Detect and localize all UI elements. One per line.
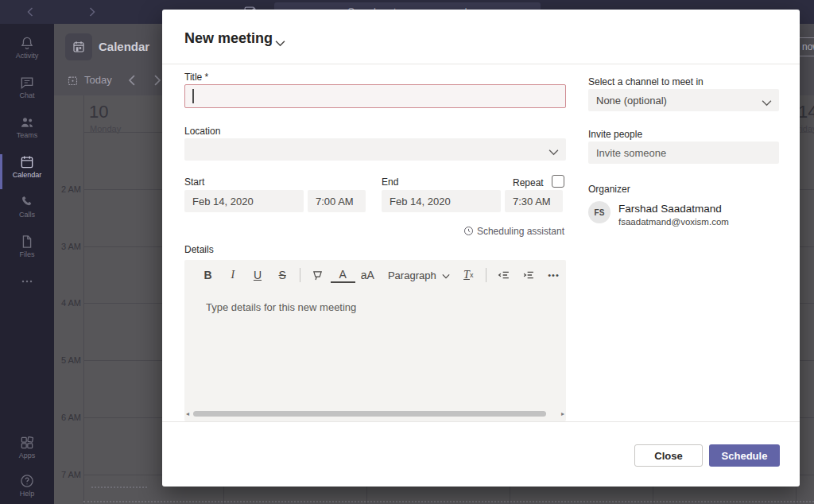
new-meeting-dialog: New meeting Title * Location Start Feb 1…: [162, 10, 800, 487]
sidebar-item-help[interactable]: Help: [0, 471, 54, 504]
bell-icon: [19, 35, 35, 51]
organizer-email: fsaadatmand@voxism.com: [618, 217, 729, 227]
next-week-button[interactable]: [153, 75, 162, 88]
footer-divider: [162, 421, 800, 422]
repeat-label: Repeat: [513, 177, 544, 188]
repeat-checkbox[interactable]: [552, 175, 564, 188]
more-formatting-button[interactable]: •••: [541, 265, 566, 285]
title-input[interactable]: [184, 84, 566, 108]
calendar-app-icon: [65, 33, 92, 60]
paragraph-dropdown[interactable]: Paragraph: [388, 269, 450, 281]
chevron-down-icon: [762, 97, 772, 109]
start-time-field[interactable]: 7:00 AM: [308, 190, 366, 212]
sidebar-item-calls[interactable]: Calls: [0, 192, 54, 231]
increase-indent-button[interactable]: [517, 265, 541, 285]
time-label: 2 AM: [56, 184, 81, 194]
highlight-button[interactable]: [305, 265, 330, 285]
gutter-border: [83, 95, 84, 504]
start-date-field[interactable]: Feb 14, 2020: [184, 190, 304, 212]
sidebar-item-chat[interactable]: Chat: [0, 73, 54, 111]
end-label: End: [382, 176, 398, 188]
toolbar-divider: [295, 268, 306, 282]
app-rail: Activity Chat Teams Calendar Calls Files…: [0, 24, 54, 504]
clear-formatting-button[interactable]: Tx: [456, 265, 481, 285]
channel-label: Select a channel to meet in: [588, 76, 704, 87]
chat-icon: [19, 75, 35, 91]
day-header-number: 10: [89, 102, 108, 122]
sidebar-item-files[interactable]: Files: [0, 232, 54, 270]
time-label: 4 AM: [56, 298, 81, 308]
decrease-indent-button[interactable]: [492, 265, 517, 285]
sidebar-item-apps[interactable]: Apps: [0, 433, 54, 471]
apps-icon: [19, 435, 35, 451]
phone-icon: [19, 194, 35, 210]
indent-icon: [521, 268, 536, 282]
italic-button[interactable]: I: [220, 265, 245, 285]
outdent-icon: [497, 268, 511, 282]
friday-header-number: 14: [798, 102, 814, 122]
scroll-right-icon[interactable]: ▸: [561, 411, 564, 417]
formatting-toolbar: B I U S A aA Paragraph Tx: [184, 260, 566, 290]
clock-icon: [463, 226, 474, 236]
help-icon: [19, 473, 35, 489]
details-label: Details: [184, 244, 214, 255]
invite-input[interactable]: Invite someone: [588, 142, 779, 164]
start-label: Start: [184, 176, 204, 188]
chevron-down-icon: [442, 269, 450, 281]
horizontal-scrollbar[interactable]: ◂ ▸: [186, 410, 564, 417]
dialog-title: New meeting: [184, 30, 273, 47]
time-label: 6 AM: [56, 413, 81, 422]
today-icon: [67, 75, 79, 87]
organizer-name: Farshad Saadatmand: [618, 203, 722, 215]
end-time-field[interactable]: 7:30 AM: [505, 190, 563, 212]
scheduling-assistant-link[interactable]: Scheduling assistant: [184, 226, 564, 237]
calendar-icon: [19, 154, 35, 170]
scroll-left-icon[interactable]: ◂: [186, 411, 189, 417]
sidebar-more-button[interactable]: [0, 272, 54, 291]
underline-button[interactable]: U: [245, 265, 269, 285]
time-label: 7 AM: [56, 470, 81, 479]
half-hour-dotted-line: [83, 501, 814, 502]
sidebar-item-calendar[interactable]: Calendar: [0, 153, 54, 191]
location-field[interactable]: [184, 138, 566, 161]
schedule-button[interactable]: Schedule: [709, 444, 780, 467]
previous-week-button[interactable]: [127, 75, 137, 88]
location-label: Location: [184, 126, 220, 137]
organizer-label: Organizer: [588, 184, 630, 195]
half-hour-dotted-line: [91, 487, 147, 488]
sidebar-item-activity[interactable]: Activity: [0, 33, 54, 72]
back-icon[interactable]: [22, 4, 38, 20]
calendar-title: Calendar: [99, 40, 149, 53]
teams-app: Calendar now Today 10 Monday 14 Friday 2…: [0, 0, 814, 504]
font-size-button[interactable]: aA: [355, 265, 380, 285]
title-label: Title *: [184, 72, 208, 83]
details-editor[interactable]: B I U S A aA Paragraph Tx: [184, 260, 566, 421]
highlighter-icon: [311, 269, 324, 282]
close-button[interactable]: Close: [634, 444, 703, 467]
channel-select[interactable]: None (optional): [588, 89, 779, 111]
details-placeholder: Type details for this new meeting: [206, 301, 356, 313]
teams-icon: [19, 114, 35, 130]
file-icon: [19, 234, 35, 250]
forward-icon[interactable]: [84, 4, 100, 20]
font-color-button[interactable]: A: [331, 267, 355, 283]
strikethrough-button[interactable]: S: [270, 265, 295, 285]
text-caret: [192, 89, 194, 103]
end-date-field[interactable]: Feb 14, 2020: [382, 190, 501, 212]
toolbar-divider: [481, 268, 492, 282]
time-label: 5 AM: [56, 355, 81, 365]
bold-button[interactable]: B: [196, 265, 220, 285]
header-divider: [162, 64, 800, 64]
today-button[interactable]: Today: [84, 74, 112, 86]
chevron-down-icon: [548, 146, 559, 158]
time-label: 3 AM: [56, 242, 81, 251]
ellipsis-icon: [19, 273, 35, 289]
sidebar-item-teams[interactable]: Teams: [0, 113, 54, 151]
scrollbar-thumb[interactable]: [193, 411, 546, 417]
invite-label: Invite people: [588, 129, 642, 140]
organizer-avatar: FS: [588, 201, 610, 223]
chevron-down-icon[interactable]: [275, 36, 285, 50]
